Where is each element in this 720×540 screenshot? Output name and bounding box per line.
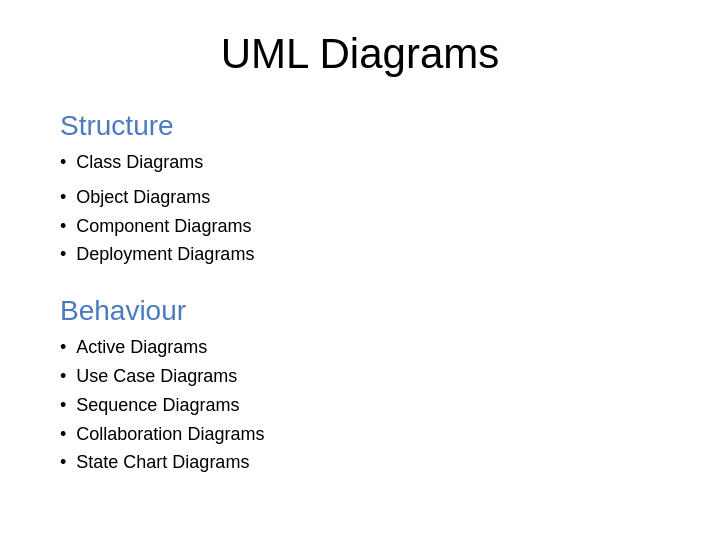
list-item: State Chart Diagrams [60,448,660,477]
item-text: Use Case Diagrams [76,362,237,391]
item-text: Collaboration Diagrams [76,420,264,449]
item-text: Active Diagrams [76,333,207,362]
list-item: Component Diagrams [60,212,660,241]
item-text: Object Diagrams [76,183,210,212]
list-item: Object Diagrams [60,183,660,212]
behaviour-heading: Behaviour [60,295,660,327]
list-item: Use Case Diagrams [60,362,660,391]
structure-list: Class Diagrams Object Diagrams Component… [60,148,660,269]
item-text: Component Diagrams [76,212,251,241]
slide-title: UML Diagrams [60,30,660,78]
list-item: Collaboration Diagrams [60,420,660,449]
list-item: Deployment Diagrams [60,240,660,269]
list-item: Active Diagrams [60,333,660,362]
item-text: Class Diagrams [76,148,203,177]
list-item: Sequence Diagrams [60,391,660,420]
item-text: State Chart Diagrams [76,448,249,477]
behaviour-list: Active Diagrams Use Case Diagrams Sequen… [60,333,660,477]
item-text: Deployment Diagrams [76,240,254,269]
slide: UML Diagrams Structure Class Diagrams Ob… [0,0,720,540]
list-item: Class Diagrams [60,148,660,177]
structure-heading: Structure [60,110,660,142]
item-text: Sequence Diagrams [76,391,239,420]
behaviour-section: Behaviour Active Diagrams Use Case Diagr… [60,291,660,487]
structure-section: Structure Class Diagrams Object Diagrams… [60,106,660,279]
